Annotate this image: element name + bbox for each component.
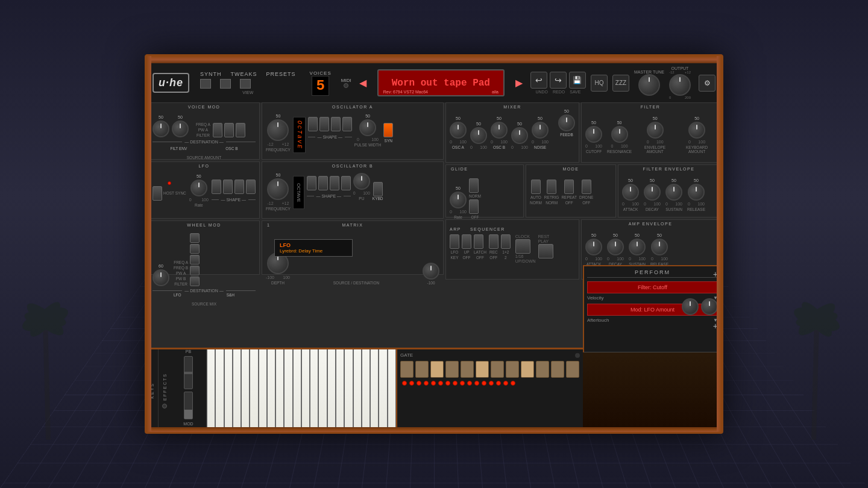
osc-b-kybd-toggle[interactable] — [373, 182, 383, 196]
vm-toggle-1[interactable] — [213, 123, 222, 137]
mixer-noise-ctrl[interactable] — [532, 122, 549, 139]
save-button[interactable]: 💾 — [569, 72, 586, 89]
vm-knob-2-ctrl[interactable] — [172, 120, 189, 137]
osc-b-freq-ctrl[interactable] — [267, 178, 289, 200]
menu-tweaks[interactable]: TWEAKS — [231, 71, 257, 77]
key-a5[interactable] — [370, 349, 379, 432]
menu-synth[interactable]: SYNTH — [200, 71, 222, 77]
osc-a-sw-1[interactable] — [308, 117, 318, 131]
seq-btn-11[interactable] — [551, 361, 564, 378]
piano[interactable] — [207, 349, 396, 432]
osc-b-sw-3[interactable] — [330, 176, 339, 190]
key-e5[interactable] — [344, 349, 353, 432]
mode-drone-toggle[interactable] — [582, 180, 591, 194]
seq-btn-1[interactable] — [400, 361, 414, 378]
wm-toggle-4[interactable] — [190, 266, 200, 275]
perform-knob-2[interactable] — [701, 298, 718, 315]
hq-button[interactable]: HQ — [591, 75, 608, 92]
osc-b-sw-2[interactable] — [318, 176, 328, 190]
arp-latch-toggle[interactable] — [474, 234, 483, 249]
seq-btn-5[interactable] — [461, 361, 474, 378]
lfo-sw-2[interactable] — [223, 180, 233, 194]
key-b5[interactable] — [379, 349, 387, 432]
vm-toggle-3[interactable] — [236, 123, 245, 137]
osc-a-sw-4[interactable] — [342, 117, 352, 131]
matrix-dest-ctrl[interactable] — [423, 263, 439, 280]
seq-btn-10[interactable] — [536, 361, 549, 378]
wm-main-ctrl[interactable] — [153, 269, 169, 286]
seq-btn-8[interactable] — [506, 361, 519, 378]
mixer-osc-b2-ctrl[interactable] — [511, 127, 528, 144]
arp-clock-toggle[interactable] — [515, 239, 530, 254]
osc-b-pw-ctrl[interactable] — [353, 173, 370, 190]
osc-a-syn-toggle[interactable] — [383, 123, 393, 137]
seq-btn-12[interactable] — [566, 361, 579, 378]
key-f3[interactable] — [233, 349, 241, 432]
key-b4[interactable] — [318, 349, 327, 432]
aenv-release-ctrl[interactable] — [651, 239, 668, 255]
zzz-button[interactable]: ZZZ — [612, 75, 629, 92]
fenv-attack-ctrl[interactable] — [622, 184, 639, 201]
seq-btn-2[interactable] — [415, 361, 429, 378]
glide-off-toggle[interactable] — [469, 199, 479, 214]
key-c5[interactable] — [327, 349, 336, 432]
seq-btn-7[interactable] — [491, 361, 504, 378]
key-d3[interactable] — [215, 349, 224, 432]
pb-slider[interactable] — [184, 356, 193, 389]
arp-rec-toggle[interactable] — [489, 234, 498, 249]
key-g4[interactable] — [301, 349, 310, 432]
lfo-rate-ctrl[interactable] — [190, 180, 207, 196]
fenv-sustain-ctrl[interactable] — [665, 184, 682, 201]
arp-up-toggle[interactable] — [462, 234, 471, 249]
key-d4[interactable] — [275, 349, 284, 432]
key-a3[interactable] — [250, 349, 258, 432]
menu-btn-1[interactable] — [200, 79, 211, 89]
key-f5[interactable] — [353, 349, 362, 432]
key-a4[interactable] — [310, 349, 318, 432]
effects-dot[interactable] — [162, 404, 167, 408]
wm-toggle-5[interactable] — [190, 277, 200, 286]
redo-button[interactable]: ↪ — [550, 72, 567, 89]
voices-display[interactable]: 5 — [312, 76, 329, 96]
menu-presets[interactable]: PRESETS — [266, 71, 296, 77]
key-c3[interactable] — [207, 349, 215, 432]
mode-repeat-toggle[interactable] — [564, 180, 574, 194]
preset-next-button[interactable]: ▶ — [512, 77, 526, 89]
filter-res-ctrl[interactable] — [611, 126, 628, 143]
lfo-sw-1[interactable] — [212, 180, 221, 194]
key-c4[interactable] — [267, 349, 275, 432]
vm-knob-1-ctrl[interactable] — [153, 120, 169, 137]
mixer-osc-a2-ctrl[interactable] — [470, 127, 487, 144]
seq-btn-3[interactable] — [430, 361, 444, 378]
filter-cutoff-ctrl[interactable] — [585, 126, 602, 143]
key-f4[interactable] — [293, 349, 301, 432]
seq-btn-6[interactable] — [476, 361, 489, 378]
master-tune-knob[interactable] — [638, 74, 660, 96]
fenv-release-ctrl[interactable] — [688, 184, 705, 201]
mode-retrig-toggle[interactable] — [547, 180, 556, 194]
key-e3[interactable] — [224, 349, 233, 432]
arp-play-toggle[interactable] — [538, 244, 553, 258]
undo-button[interactable]: ↩ — [530, 72, 547, 89]
wm-toggle-2[interactable] — [190, 244, 200, 254]
mixer-osc-b-ctrl[interactable] — [491, 122, 508, 139]
osc-b-sw-1[interactable] — [307, 176, 316, 190]
aenv-decay-ctrl[interactable] — [607, 239, 624, 255]
key-e4[interactable] — [284, 349, 292, 432]
seq-btn-4[interactable] — [445, 361, 459, 378]
preset-prev-button[interactable]: ◀ — [356, 77, 370, 89]
glide-knob-main-ctrl[interactable] — [450, 192, 467, 208]
wm-toggle-3[interactable] — [190, 255, 200, 264]
osc-a-sw-3[interactable] — [331, 117, 341, 131]
mod-slider[interactable] — [184, 392, 193, 419]
filter-env-ctrl[interactable] — [647, 122, 664, 139]
arp-12-toggle[interactable] — [501, 234, 511, 249]
glide-norm-toggle[interactable] — [469, 178, 479, 193]
menu-btn-3[interactable] — [240, 79, 251, 89]
settings-button[interactable]: ⚙ — [699, 75, 715, 92]
osc-a-freq-ctrl[interactable] — [267, 119, 289, 141]
key-c6[interactable] — [388, 349, 396, 432]
osc-b-sw-4[interactable] — [341, 176, 351, 190]
lfo-sw-3[interactable] — [234, 180, 244, 194]
key-d5[interactable] — [336, 349, 344, 432]
